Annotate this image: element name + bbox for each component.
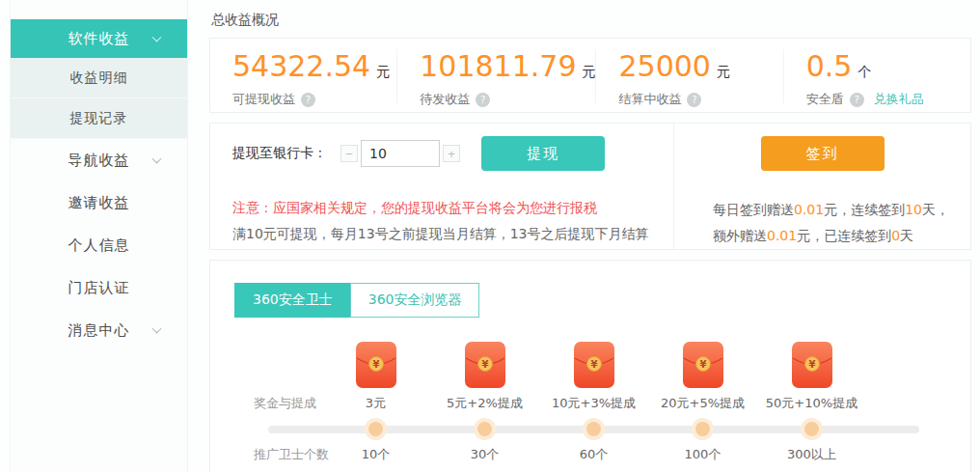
envelope-cell: ¥ — [757, 342, 866, 388]
stat-unit: 元 — [717, 64, 730, 79]
stat-number: 0.5 — [806, 49, 853, 83]
withdraw-button[interactable]: 提现 — [481, 136, 605, 171]
slider-dot — [477, 422, 492, 436]
product-tab-label: 360安全卫士 — [253, 292, 333, 309]
chevron-down-icon — [152, 33, 162, 42]
envelope-cell: ¥ — [321, 342, 430, 388]
count-value: 300以上 — [757, 446, 866, 463]
stat-column: 25000元 结算中收益 ? — [595, 49, 782, 103]
slider-dot — [695, 422, 710, 436]
product-tabs: 360安全卫士 360安全浏览器 — [210, 283, 970, 318]
slider-dot — [804, 422, 819, 436]
count-row-label: 推广卫士个数 — [234, 446, 321, 463]
sidebar-item[interactable]: 软件收益 — [11, 19, 187, 58]
withdraw-card: 提现至银行卡： − + 提现 注意：应国家相关规定，您的提现收益平台将会为您进行… — [209, 123, 971, 250]
stat-value: 0.5个 — [806, 49, 970, 89]
sidebar-item-label: 软件收益 — [68, 30, 130, 48]
main-content: 总收益概况 54322.54元 可提现收益 ? 101811.7 — [189, 0, 980, 472]
envelope-cell: ¥ — [648, 342, 757, 388]
envelope-row: ¥ — [210, 342, 970, 388]
sidebar-item-label: 导航收益 — [68, 152, 130, 170]
signin-info-line2: 额外赠送0.01元，已连续签到0天 — [713, 223, 970, 249]
chevron-down-icon — [152, 154, 162, 164]
help-icon[interactable]: ? — [301, 93, 315, 107]
help-icon[interactable]: ? — [476, 93, 490, 107]
promo-card: 360安全卫士 360安全浏览器 — [209, 260, 971, 472]
sidebar-item[interactable]: 邀请收益 — [11, 181, 187, 224]
help-icon[interactable]: ? — [687, 93, 701, 107]
slider-dot-cell — [321, 419, 430, 436]
stat-unit: 元 — [582, 64, 595, 79]
stat-unit: 个 — [858, 64, 871, 79]
red-envelope-icon: ¥ — [792, 342, 832, 388]
bonus-value: 20元+5%提成 — [648, 395, 757, 412]
sidebar-item[interactable]: 导航收益 — [11, 139, 187, 181]
stat-label-row: 结算中收益 ? — [618, 91, 782, 108]
product-tab-label: 360安全浏览器 — [368, 292, 462, 309]
product-tab[interactable]: 360安全卫士 — [234, 283, 351, 318]
stat-number: 25000 — [618, 49, 710, 83]
slider-dot-cell — [648, 419, 757, 436]
signin-info-line1: 每日签到赠送0.01元，连续签到10天， — [713, 197, 970, 223]
stat-column: 54322.54元 可提现收益 ? — [210, 49, 396, 103]
withdraw-rules: 满10元可提现，每月13号之前提现当月结算，13号之后提现下月结算 — [232, 221, 673, 247]
bonus-value: 5元+2%提成 — [430, 395, 539, 412]
yuan-coin-glyph: ¥ — [372, 359, 379, 370]
product-tab[interactable]: 360安全浏览器 — [350, 283, 480, 318]
bonus-row: 奖金与提成 3元 5元+2%提成 10元+3%提成 20元+5%提成 50元+1… — [210, 395, 970, 412]
stat-unit: 元 — [376, 64, 390, 79]
earnings-dashboard: 软件收益 收益明细 提现记录 导航收益 邀请收益 — [0, 0, 980, 472]
signin-info: 每日签到赠送0.01元，连续签到10天， 额外赠送0.01元，已连续签到0天 — [674, 197, 970, 249]
stat-label: 安全盾 — [806, 91, 844, 108]
yuan-coin-glyph: ¥ — [699, 359, 706, 370]
sidebar-item[interactable]: 个人信息 — [11, 224, 187, 266]
count-value: 60个 — [539, 446, 648, 463]
slider-dot-cell — [539, 419, 648, 436]
tier-slider — [210, 419, 970, 440]
sidebar-item-label: 门店认证 — [68, 279, 130, 297]
help-icon[interactable]: ? — [850, 93, 864, 107]
withdraw-to-bank-label: 提现至银行卡： — [232, 145, 327, 162]
redeem-gift-link[interactable]: 兑换礼品 — [874, 91, 924, 108]
bonus-value: 10元+3%提成 — [539, 395, 648, 412]
count-row: 推广卫士个数 10个 30个 60个 100个 300以上 — [210, 446, 970, 463]
sidebar-item[interactable]: 收益明细 — [11, 58, 187, 98]
bonus-row-label: 奖金与提成 — [234, 395, 321, 412]
stat-label: 可提现收益 — [232, 91, 295, 108]
signin-button[interactable]: 签到 — [761, 136, 885, 171]
sidebar-item[interactable]: 提现记录 — [11, 98, 187, 139]
yuan-coin-glyph: ¥ — [481, 359, 488, 370]
stats-card: 54322.54元 可提现收益 ? 101811.79元 待发收益 ? — [209, 38, 971, 113]
sidebar-item-label: 邀请收益 — [68, 194, 130, 212]
slider-dot — [368, 422, 383, 436]
sidebar-item-label: 提现记录 — [70, 110, 128, 127]
amount-minus-button[interactable]: − — [340, 145, 358, 162]
envelope-cell: ¥ — [539, 342, 648, 388]
slider-dots — [210, 419, 970, 436]
stat-value: 101811.79元 — [420, 49, 595, 89]
count-value: 10个 — [321, 446, 430, 463]
yuan-coin-glyph: ¥ — [590, 359, 597, 370]
chevron-down-icon — [152, 324, 162, 334]
sidebar-item-label: 消息中心 — [68, 321, 130, 340]
bonus-value: 3元 — [321, 395, 430, 412]
sidebar: 软件收益 收益明细 提现记录 导航收益 邀请收益 — [10, 0, 188, 472]
slider-dot-cell — [757, 419, 866, 436]
sidebar-item-label: 个人信息 — [68, 236, 130, 255]
tax-notice: 注意：应国家相关规定，您的提现收益平台将会为您进行报税 — [232, 195, 673, 221]
stat-label-row: 可提现收益 ? — [232, 91, 396, 108]
stat-label: 待发收益 — [420, 91, 470, 108]
amount-plus-button[interactable]: + — [443, 145, 460, 162]
withdraw-amount-input[interactable] — [361, 140, 440, 167]
sidebar-item[interactable]: 门店认证 — [11, 266, 187, 309]
withdraw-section: 提现至银行卡： − + 提现 注意：应国家相关规定，您的提现收益平台将会为您进行… — [210, 124, 673, 249]
stat-label-row: 安全盾 ? 兑换礼品 — [806, 91, 970, 108]
sidebar-item[interactable]: 消息中心 — [11, 309, 187, 351]
count-value: 100个 — [648, 446, 757, 463]
red-envelope-icon: ¥ — [465, 342, 505, 388]
stat-column: 0.5个 安全盾 ? 兑换礼品 — [783, 49, 970, 103]
page-title: 总收益概况 — [211, 12, 971, 29]
stat-label: 结算中收益 — [618, 91, 681, 108]
red-envelope-icon: ¥ — [356, 342, 396, 388]
stat-value: 54322.54元 — [232, 49, 396, 89]
